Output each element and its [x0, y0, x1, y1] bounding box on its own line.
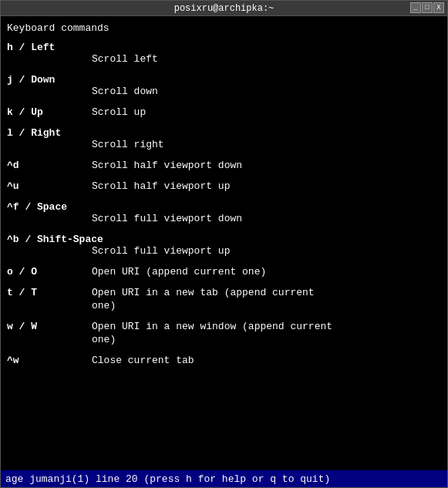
cmd-cd-key: ^d — [7, 160, 92, 171]
cmd-cd-row: ^d Scroll half viewport down — [7, 160, 441, 171]
minimize-button[interactable]: _ — [410, 2, 421, 13]
cmd-h-section: h / Left Scroll left — [7, 42, 441, 65]
cmd-k-row: k / Up Scroll up — [7, 106, 441, 118]
cmd-cu-row: ^u Scroll half viewport up — [7, 180, 441, 192]
window-title: posixru@archipka:~ — [174, 3, 275, 14]
cmd-t-section: t / T Open URI in a new tab (append curr… — [7, 287, 441, 311]
cmd-t-desc2: one) — [7, 300, 441, 311]
cmd-w-key: w / W — [7, 321, 92, 332]
cmd-h-desc: Scroll left — [7, 53, 441, 65]
cmd-k-key: k / Up — [7, 106, 92, 118]
cmd-j-key: j / Down — [7, 74, 441, 86]
cmd-cu-desc: Scroll half viewport up — [92, 180, 230, 192]
cmd-t-key: t / T — [7, 287, 92, 298]
window-controls: _ □ X — [410, 2, 444, 13]
cmd-w-desc: Open URI in a new window (append current — [92, 321, 332, 332]
title-bar: posixru@archipka:~ _ □ X — [1, 1, 447, 16]
commands-heading: Keyboard commands — [7, 22, 441, 34]
cmd-o-section: o / O Open URI (append current one) — [7, 266, 441, 278]
cmd-w-section: w / W Open URI in a new window (append c… — [7, 321, 441, 345]
cmd-cu-key: ^u — [7, 180, 92, 192]
cmd-cu-section: ^u Scroll half viewport up — [7, 180, 441, 192]
terminal-window: posixru@archipka:~ _ □ X Keyboard comman… — [0, 0, 448, 488]
cmd-j-desc: Scroll down — [7, 86, 441, 97]
cmd-j-section: j / Down Scroll down — [7, 74, 441, 97]
cmd-cw-section: ^w Close current tab — [7, 355, 441, 366]
cmd-t-row: t / T Open URI in a new tab (append curr… — [7, 287, 441, 298]
cmd-l-desc: Scroll right — [7, 139, 441, 150]
terminal-content: Keyboard commands h / Left Scroll left j… — [1, 16, 447, 470]
cmd-cd-section: ^d Scroll half viewport down — [7, 160, 441, 171]
status-bar: age jumanji(1) line 20 (press h for help… — [1, 470, 447, 487]
cmd-h-key: h / Left — [7, 42, 441, 53]
cmd-cw-key: ^w — [7, 355, 92, 366]
cmd-w-row: w / W Open URI in a new window (append c… — [7, 321, 441, 332]
cmd-l-key: l / Right — [7, 127, 441, 139]
cmd-cw-row: ^w Close current tab — [7, 355, 441, 366]
cmd-cf-desc: Scroll full viewport down — [7, 213, 441, 224]
cmd-cb-section: ^b / Shift-Space Scroll full viewport up — [7, 234, 441, 257]
cmd-cb-desc: Scroll full viewport up — [7, 245, 441, 257]
close-button[interactable]: X — [433, 2, 444, 13]
cmd-t-desc: Open URI in a new tab (append current — [92, 287, 315, 298]
cmd-o-key: o / O — [7, 266, 92, 278]
cmd-cw-desc: Close current tab — [92, 355, 194, 366]
cmd-w-desc2: one) — [7, 334, 441, 345]
maximize-button[interactable]: □ — [422, 2, 433, 13]
cmd-cf-section: ^f / Space Scroll full viewport down — [7, 201, 441, 224]
cmd-cb-key: ^b / Shift-Space — [7, 234, 441, 245]
cmd-cd-desc: Scroll half viewport down — [92, 160, 242, 171]
status-text: age jumanji(1) line 20 (press h for help… — [5, 473, 330, 485]
cmd-l-section: l / Right Scroll right — [7, 127, 441, 150]
cmd-o-desc: Open URI (append current one) — [92, 266, 266, 278]
cmd-k-desc: Scroll up — [92, 106, 146, 118]
cmd-o-row: o / O Open URI (append current one) — [7, 266, 441, 278]
cmd-cf-key: ^f / Space — [7, 201, 441, 213]
cmd-k-section: k / Up Scroll up — [7, 106, 441, 118]
